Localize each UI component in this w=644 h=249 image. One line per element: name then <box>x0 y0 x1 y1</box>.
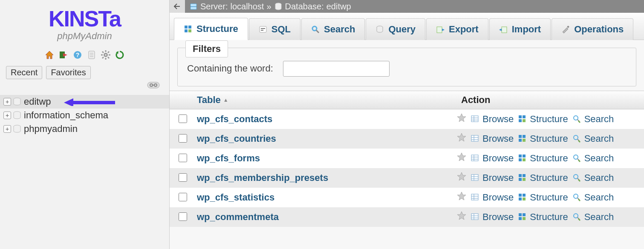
structure-link[interactable]: Structure <box>518 192 568 203</box>
breadcrumb-server-name[interactable]: localhost <box>230 2 264 11</box>
main-panel: Server: localhost » Database: editwp Str… <box>170 0 644 249</box>
structure-link[interactable]: Structure <box>518 212 568 223</box>
database-icon <box>13 125 21 133</box>
query-icon <box>375 25 384 34</box>
svg-line-15 <box>108 57 109 58</box>
filters-input[interactable] <box>283 61 390 77</box>
structure-link[interactable]: Structure <box>518 172 568 183</box>
breadcrumb-bar: Server: localhost » Database: editwp <box>170 0 644 13</box>
docs-icon[interactable] <box>87 50 96 62</box>
tab-label: SQL <box>271 24 291 35</box>
table-row: wp_cfs_formsBrowseStructureSearch <box>170 149 644 168</box>
browse-link[interactable]: Browse <box>471 192 514 203</box>
header-table[interactable]: Table▲ <box>195 94 461 106</box>
svg-line-17 <box>108 52 109 53</box>
table-row: wp_cfs_contactsBrowseStructureSearch <box>170 109 644 129</box>
database-tree: +editwp+information_schema+phpmyadmin <box>0 95 169 136</box>
reload-icon[interactable] <box>115 50 124 62</box>
expand-icon[interactable]: + <box>3 98 11 106</box>
brand-name: KINSTa <box>0 8 169 30</box>
home-icon[interactable] <box>45 50 54 62</box>
favorite-star-icon[interactable] <box>457 192 466 203</box>
search-link[interactable]: Search <box>572 153 614 164</box>
filters-panel: Filters Containing the word: <box>177 48 636 86</box>
main-tabs: StructureSQLSearchQueryExportImportOpera… <box>170 13 644 40</box>
table-name-link[interactable]: wp_cfs_membership_presets <box>195 172 457 183</box>
expand-icon[interactable]: + <box>3 112 11 119</box>
search-link[interactable]: Search <box>572 133 614 144</box>
svg-line-14 <box>102 52 104 53</box>
tab-export[interactable]: Export <box>426 18 488 40</box>
gear-icon[interactable] <box>101 50 110 62</box>
row-checkbox[interactable] <box>179 193 187 201</box>
browse-link[interactable]: Browse <box>471 153 514 164</box>
search-link[interactable]: Search <box>572 212 614 223</box>
export-icon <box>436 25 445 34</box>
db-name: information_schema <box>24 110 108 121</box>
favorite-star-icon[interactable] <box>457 133 466 145</box>
table-name-link[interactable]: wp_cfs_countries <box>195 133 457 144</box>
tab-recent[interactable]: Recent <box>6 66 42 79</box>
svg-marker-25 <box>64 98 73 106</box>
row-checkbox[interactable] <box>179 134 187 143</box>
row-checkbox[interactable] <box>179 173 187 182</box>
table-name-link[interactable]: wp_cfs_contacts <box>195 114 457 125</box>
browse-link[interactable]: Browse <box>471 114 514 125</box>
breadcrumb-db-label: Database: <box>285 2 324 11</box>
help-icon[interactable]: ? <box>73 50 82 62</box>
tab-label: Structure <box>196 23 238 34</box>
structure-icon <box>184 25 192 33</box>
structure-link[interactable]: Structure <box>518 114 568 125</box>
sql-icon <box>259 25 267 34</box>
filters-label: Containing the word: <box>187 63 273 74</box>
db-tree-item-information_schema[interactable]: +information_schema <box>0 109 169 122</box>
tab-label: Export <box>449 24 479 35</box>
svg-marker-2 <box>63 53 67 57</box>
browse-link[interactable]: Browse <box>471 172 514 183</box>
search-link[interactable]: Search <box>572 172 614 183</box>
db-tree-item-editwp[interactable]: +editwp <box>0 95 169 109</box>
row-checkbox[interactable] <box>179 154 187 162</box>
favorite-star-icon[interactable] <box>457 152 466 164</box>
search-icon <box>311 25 320 34</box>
tab-sql[interactable]: SQL <box>249 18 300 40</box>
import-icon <box>499 25 508 34</box>
tab-structure[interactable]: Structure <box>174 18 248 40</box>
browse-link[interactable]: Browse <box>471 212 514 223</box>
structure-link[interactable]: Structure <box>518 153 568 164</box>
row-checkbox[interactable] <box>179 114 187 123</box>
table-name-link[interactable]: wp_cfs_statistics <box>195 192 457 203</box>
favorite-star-icon[interactable] <box>457 172 466 184</box>
logo: KINSTa phpMyAdmin <box>0 0 169 42</box>
tab-operations[interactable]: Operations <box>552 18 633 40</box>
favorite-star-icon[interactable] <box>457 211 466 223</box>
search-link[interactable]: Search <box>572 114 614 125</box>
filters-legend: Filters <box>185 40 228 57</box>
tab-search[interactable]: Search <box>301 18 365 40</box>
structure-link[interactable]: Structure <box>518 133 568 144</box>
favorite-star-icon[interactable] <box>457 113 466 125</box>
header-action: Action <box>461 94 644 106</box>
database-icon <box>13 97 21 106</box>
search-link[interactable]: Search <box>572 192 614 203</box>
sidebar-history-tabs: Recent Favorites <box>0 66 169 79</box>
row-checkbox[interactable] <box>179 212 187 221</box>
tab-label: Search <box>324 24 355 35</box>
browse-link[interactable]: Browse <box>471 133 514 144</box>
table-name-link[interactable]: wp_cfs_forms <box>195 153 457 164</box>
table-name-link[interactable]: wp_commentmeta <box>195 212 457 223</box>
table-row: wp_cfs_countriesBrowseStructureSearch <box>170 129 644 149</box>
breadcrumb-db-name[interactable]: editwp <box>326 2 351 11</box>
panel-link-icon[interactable] <box>0 82 169 91</box>
tab-favorites[interactable]: Favorites <box>46 66 90 79</box>
db-name: editwp <box>24 96 51 107</box>
tab-import[interactable]: Import <box>489 18 551 40</box>
table-row: wp_commentmetaBrowseStructureSearch <box>170 207 644 227</box>
svg-line-16 <box>102 57 104 58</box>
exit-icon[interactable] <box>59 50 68 62</box>
server-icon <box>189 2 198 11</box>
tab-query[interactable]: Query <box>366 18 425 40</box>
db-tree-item-phpmyadmin[interactable]: +phpmyadmin <box>0 122 169 136</box>
expand-icon[interactable]: + <box>3 125 11 133</box>
back-button[interactable] <box>170 0 185 13</box>
